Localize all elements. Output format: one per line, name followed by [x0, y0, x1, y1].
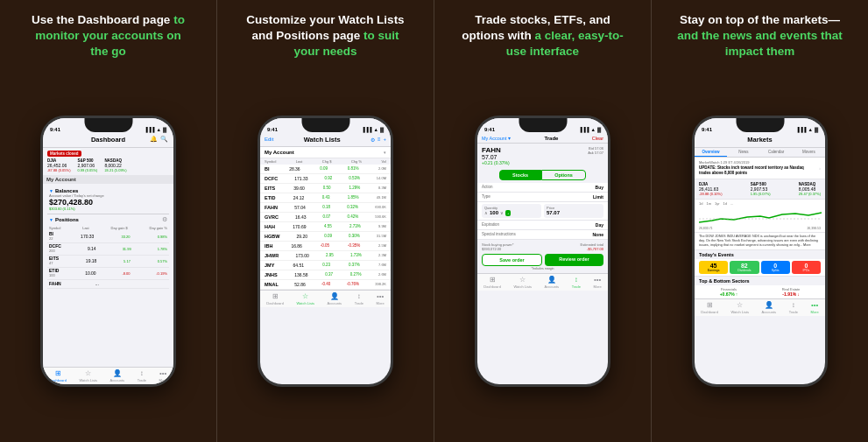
- table-row[interactable]: DCFC200 9.14 31.99 1.78%: [47, 243, 169, 256]
- tab-more-3[interactable]: •••More: [594, 277, 602, 289]
- list-item[interactable]: GVRC16.430.070.42%590.6K: [260, 213, 391, 222]
- ipos-badge[interactable]: 0 IPOs: [792, 261, 821, 274]
- tab-watchlists-2[interactable]: ☆Watch Lists: [296, 293, 314, 305]
- djia-index: DJIA 26,452.06 -87.88 (0.05%): [47, 158, 70, 172]
- panel4-title: Stay on top of the markets—and the news …: [677, 12, 843, 60]
- sector-financials[interactable]: Financials +0.67% ↑: [699, 287, 759, 297]
- table-row[interactable]: BI22 170.33 33.20 0.98%: [47, 231, 169, 243]
- tab-accounts-1[interactable]: 👤 Accounts: [110, 370, 124, 382]
- list-item[interactable]: EITS39.600.501.29%8.3M: [260, 184, 391, 193]
- sector-realestate[interactable]: Real Estate -1.91% ↓: [761, 287, 821, 297]
- battery-icon-4: ▓: [815, 127, 818, 132]
- news-headline: UPDATE: Stocks inch toward record territ…: [699, 165, 819, 176]
- search-icon[interactable]: 🔍: [160, 136, 168, 143]
- news-item[interactable]: MarketWatch 1:29 ET 4/26/2019 UPDATE: St…: [695, 158, 825, 179]
- screen-watchlists: 9:41 ▐▐▐ ▲ ▓ Edit Watch Lists ⚙ ≡ +: [260, 118, 391, 384]
- tab-bar-2: ⊞Dashboard ☆Watch Lists 👤Accounts ↕Trade…: [260, 290, 391, 307]
- markets-djia: DJIA 26,411.63 -28.88 (0.10%): [699, 182, 722, 196]
- tab-more-2[interactable]: •••More: [377, 293, 385, 305]
- splits-badge[interactable]: 0 Splits: [761, 261, 790, 274]
- price-field[interactable]: Price 57.07: [544, 204, 603, 218]
- bell-icon[interactable]: 🔔: [150, 136, 158, 143]
- tab-trade-1[interactable]: ↕ Trade: [138, 370, 146, 382]
- list-icon-wl[interactable]: ≡: [378, 137, 381, 143]
- panel-trade: Trade stocks, ETFs, and options with a c…: [434, 0, 651, 442]
- tab-trade-3[interactable]: ↕Trade: [572, 277, 581, 289]
- tab-news[interactable]: News: [727, 148, 759, 157]
- special-instructions-field[interactable]: Special instructions None: [477, 230, 608, 240]
- table-row[interactable]: EITS47 19.18 5.17 0.57%: [47, 256, 169, 268]
- list-item[interactable]: JMY64.510.230.37%7.6M: [260, 261, 391, 270]
- wl-account-row[interactable]: My Account ▾: [260, 147, 391, 158]
- table-row[interactable]: ETID100 10.00 -8.00 -0.19%: [47, 268, 169, 280]
- signal-icon-4: ▐▐▐: [796, 127, 807, 132]
- tab-accounts-2[interactable]: 👤Accounts: [328, 293, 342, 305]
- tab-more-4[interactable]: •••More: [811, 302, 819, 314]
- tab-dashboard-2[interactable]: ⊞Dashboard: [266, 293, 284, 305]
- tab-dashboard-1[interactable]: ⊞ Dashboard: [49, 370, 67, 382]
- wifi-icon-4: ▲: [808, 127, 813, 132]
- table-row[interactable]: FAHN ...: [47, 280, 169, 289]
- tab-watchlists-4[interactable]: ☆Watch Lists: [730, 302, 749, 314]
- quantity-field[interactable]: Quantity ∧ 100 ∨ +: [482, 204, 541, 218]
- list-item[interactable]: JHWR173.002.951.73%2.3M: [260, 251, 391, 261]
- trade-account-select[interactable]: My Account ▾: [482, 136, 511, 141]
- action-field[interactable]: Action Buy: [477, 183, 608, 193]
- tab-overview[interactable]: Overview: [695, 148, 727, 157]
- watchlists-icon-3: ☆: [519, 277, 526, 284]
- trade-clear-button[interactable]: Clear: [592, 136, 603, 141]
- status-icons-1: ▐▐▐ ▲ ▓: [145, 127, 166, 132]
- list-item[interactable]: IBH16.86-0.05-0.35%2.5M: [260, 242, 391, 251]
- positions-settings-icon[interactable]: ⚙: [162, 216, 167, 223]
- list-item[interactable]: MNAL52.86-0.40-0.76%398.2K: [260, 280, 391, 290]
- trade-change: +0.21 (0.37%): [482, 160, 510, 165]
- stocks-tab[interactable]: Stocks: [499, 170, 541, 180]
- settings-icon-wl[interactable]: ⚙: [370, 137, 375, 143]
- save-order-button[interactable]: Save order: [482, 254, 542, 266]
- time-1: 9:41: [50, 127, 60, 132]
- tab-accounts-3[interactable]: 👤Accounts: [545, 277, 559, 289]
- list-item[interactable]: DCFC171.330.920.53%14.0M: [260, 174, 391, 184]
- tab-trade-2[interactable]: ↕Trade: [355, 293, 363, 305]
- tab-watchlists-3[interactable]: ☆Watch Lists: [513, 277, 532, 289]
- earnings-badge[interactable]: 45 Earnings: [699, 261, 728, 274]
- watchlists-icon-4: ☆: [737, 302, 743, 309]
- events-row: 45 Earnings 82 Dividends 0 Splits 0 IPOs: [695, 259, 825, 276]
- tab-watchlists-1[interactable]: ☆ Watch Lists: [79, 370, 97, 382]
- expiration-field[interactable]: Expiration Day: [477, 221, 608, 230]
- list-item[interactable]: BI28.360.090.81%2.0M: [260, 165, 391, 174]
- tab-bar-1: ⊞ Dashboard ☆ Watch Lists 👤 Accounts ↕ T…: [43, 367, 173, 384]
- dividends-badge[interactable]: 82 Dividends: [730, 261, 759, 274]
- tab-trade-4[interactable]: ↕Trade: [789, 302, 798, 314]
- markets-sp500: S&P 500 2,907.53 1.95 (0.07%): [751, 182, 771, 196]
- type-field[interactable]: Type Limit: [477, 193, 608, 202]
- list-item[interactable]: HAH170.694.552.73%9.9M: [260, 222, 391, 232]
- list-item[interactable]: FAHN57.040.180.32%690.0K: [260, 203, 391, 213]
- tab-dashboard-4[interactable]: ⊞Dashboard: [701, 302, 718, 314]
- options-tab[interactable]: Options: [541, 170, 586, 180]
- more-icon-2: •••: [377, 293, 384, 300]
- phone-notch-2: [301, 118, 349, 132]
- tab-calendar[interactable]: Calendar: [760, 148, 793, 157]
- trade-symbol: FAHN: [482, 146, 510, 154]
- chart-range-labels: 26,830.7126,398.53: [699, 227, 821, 230]
- edit-button[interactable]: Edit: [265, 137, 273, 142]
- list-item[interactable]: JNHS136.580.370.27%2.6M: [260, 270, 391, 280]
- list-item[interactable]: ETID24.120.431.85%49.1M: [260, 193, 391, 203]
- tab-more-1[interactable]: ••• More: [159, 370, 167, 382]
- positions-toggle[interactable]: ▼ Positions: [49, 217, 79, 222]
- markets-tabs: Overview News Calendar Movers: [695, 148, 825, 158]
- tab-accounts-4[interactable]: 👤Accounts: [762, 302, 776, 314]
- markets-nav: Markets: [695, 134, 825, 148]
- trade-type-selector: Stocks Options: [477, 167, 608, 183]
- phone-wrap-2: 9:41 ▐▐▐ ▲ ▓ Edit Watch Lists ⚙ ≡ +: [226, 69, 425, 433]
- tab-movers[interactable]: Movers: [793, 148, 825, 157]
- signal-icon-2: ▐▐▐: [362, 127, 372, 132]
- sectors-header: Top & Bottom Sectors: [695, 276, 825, 285]
- review-order-button[interactable]: Review order: [545, 254, 603, 266]
- indices-row: DJIA 26,452.06 -87.88 (0.05%) S&P 500 2,…: [47, 158, 169, 172]
- add-icon-wl[interactable]: +: [383, 137, 386, 143]
- phone-3: 9:41 ▐▐▐ ▲ ▓ My Account ▾ Trade Clear: [475, 116, 610, 387]
- tab-dashboard-3[interactable]: ⊞Dashboard: [483, 277, 501, 289]
- list-item[interactable]: HGBW29.200.090.30%31.5M: [260, 232, 391, 242]
